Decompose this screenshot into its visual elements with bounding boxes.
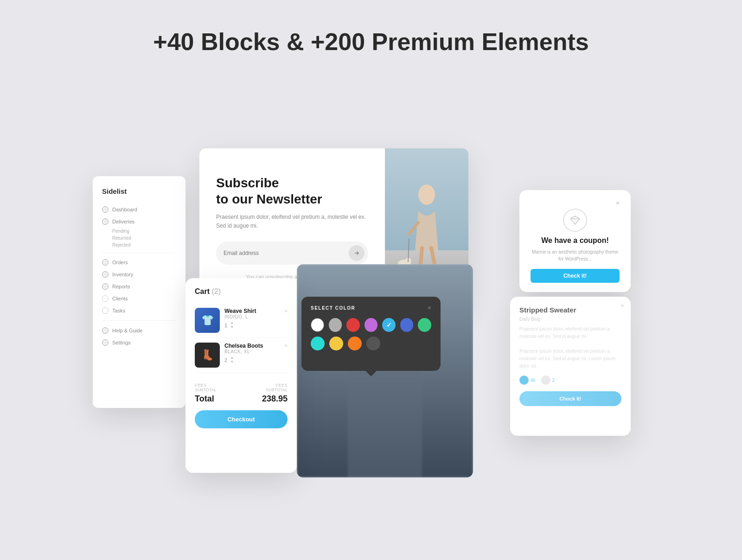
blog-meta: Daily Blog xyxy=(519,317,621,322)
qty-down-icon[interactable]: ▼ xyxy=(230,360,234,364)
color-swatch-dark[interactable] xyxy=(366,337,380,350)
sidebar-item-label: Settings xyxy=(112,340,131,345)
cart-total-row: Total 238.95 xyxy=(195,394,288,404)
color-swatch-blue[interactable] xyxy=(382,318,396,332)
blog-action-likes[interactable]: 4k xyxy=(519,375,536,385)
qty-value: 1 xyxy=(224,323,227,328)
sidebar-dot xyxy=(102,307,109,314)
sidebar-item-inventory[interactable]: Inventory xyxy=(102,268,176,280)
newsletter-form xyxy=(216,242,368,265)
sidelist-title: Sidelist xyxy=(102,187,176,195)
qty-value: 2 xyxy=(224,357,227,363)
qty-up-icon[interactable]: ▲ xyxy=(230,321,234,325)
cart-fees-label: FEES xyxy=(195,383,217,388)
comment-icon xyxy=(541,375,550,385)
cart-item-name: Chelsea Boots xyxy=(224,343,280,349)
qty-up-icon[interactable]: ▲ xyxy=(230,356,234,360)
sidebar-item-settings[interactable]: Settings xyxy=(102,337,176,349)
coupon-diamond-icon xyxy=(563,209,587,232)
sidebar-sub-items: Pending Returned Rejected xyxy=(102,228,176,248)
sidebar-item-label: Reports xyxy=(112,284,130,289)
sidebar-dot xyxy=(102,339,109,346)
color-swatch-teal[interactable] xyxy=(311,337,325,350)
sidebar-dot xyxy=(102,206,109,213)
cart-item-qty: 1 ▲ ▼ xyxy=(224,321,280,329)
sidelist-card: Sidelist Dashboard Deliveries Pending Re… xyxy=(93,176,186,408)
cart-total-label: Total xyxy=(195,394,214,404)
product-background xyxy=(297,264,473,477)
divider xyxy=(102,320,176,321)
cart-item-image: 👢 xyxy=(195,343,220,368)
blog-action-comments[interactable]: 2 xyxy=(541,375,555,385)
newsletter-title: Subscribeto our Newsletter xyxy=(216,175,368,207)
newsletter-description: Praesent ipsum dolor, eleifend vel preti… xyxy=(216,213,368,230)
page-title: +40 Blocks & +200 Premium Elements xyxy=(153,28,588,56)
sidebar-sub-returned[interactable]: Returned xyxy=(112,235,176,242)
color-swatch-indigo[interactable] xyxy=(400,318,414,332)
blog-card-content: Stripped Sweater Daily Blog Praesent ips… xyxy=(519,306,621,406)
cart-title: Cart xyxy=(195,287,210,295)
coupon-check-button[interactable]: Check it! xyxy=(531,269,620,283)
qty-stepper[interactable]: ▲ ▼ xyxy=(230,356,234,364)
product-person-blur xyxy=(297,264,473,477)
color-swatches-row1 xyxy=(311,318,431,332)
color-swatch-purple[interactable] xyxy=(365,318,378,332)
sidebar-item-help[interactable]: Help & Guide xyxy=(102,325,176,337)
color-picker-header: SELECT COLOR × xyxy=(311,304,431,312)
blog-card: × Stripped Sweater Daily Blog Praesent i… xyxy=(510,297,631,436)
coupon-description: Marnie is an aesthetic photography theme… xyxy=(531,248,620,262)
color-swatch-white[interactable] xyxy=(311,318,324,332)
cart-fees-subtotal: SUBTOTAL xyxy=(195,388,217,392)
cart-item-info: Chelsea Boots BLACK, XL 2 ▲ ▼ xyxy=(224,343,280,364)
sidebar-dot xyxy=(102,271,109,278)
cart-fee-col-left: FEES SUBTOTAL xyxy=(195,383,217,392)
divider xyxy=(102,252,176,253)
sidebar-item-dashboard[interactable]: Dashboard xyxy=(102,204,176,216)
cart-total-value: 238.95 xyxy=(262,394,288,404)
sidebar-item-clients[interactable]: Clients xyxy=(102,293,176,305)
svg-point-3 xyxy=(418,185,435,205)
cart-item-name: Weave Shirt xyxy=(224,308,280,314)
color-swatch-green[interactable] xyxy=(418,318,431,332)
email-input[interactable] xyxy=(224,250,345,256)
sidebar-dot xyxy=(102,283,109,290)
color-swatch-gray[interactable] xyxy=(329,318,342,332)
cart-item-variant: INDIGO, L xyxy=(224,314,280,319)
sidebar-item-label: Dashboard xyxy=(112,207,137,212)
sidebar-item-tasks[interactable]: Tasks xyxy=(102,305,176,317)
qty-stepper[interactable]: ▲ ▼ xyxy=(230,321,234,329)
sidebar-item-label: Clients xyxy=(112,296,128,301)
sidebar-item-label: Help & Guide xyxy=(112,328,142,333)
cart-item-remove-button[interactable]: × xyxy=(284,343,288,349)
sidebar-sub-pending[interactable]: Pending xyxy=(112,228,176,235)
blog-action-button[interactable]: Chock It! xyxy=(519,391,621,406)
cart-item: 👢 Chelsea Boots BLACK, XL 2 ▲ ▼ × xyxy=(195,338,288,373)
coupon-card: × We have a coupon! Marnie is an aesthet… xyxy=(519,190,631,292)
sidebar-item-deliveries[interactable]: Deliveries xyxy=(102,216,176,228)
sidebar-sub-rejected[interactable]: Rejected xyxy=(112,242,176,248)
cart-item-image: 👕 xyxy=(195,308,220,333)
blog-text-2: Praesent ipsum dolor, eleifend vel preti… xyxy=(519,348,621,370)
cart-fee-col-right: FEES SUBTOTAL xyxy=(266,383,288,392)
color-swatch-red[interactable] xyxy=(346,318,360,332)
cart-checkout-button[interactable]: Checkout xyxy=(195,410,288,428)
color-swatch-orange[interactable] xyxy=(348,337,362,350)
cart-item-remove-button[interactable]: × xyxy=(284,308,288,314)
sidebar-item-label: Orders xyxy=(112,260,128,265)
color-swatches-row2 xyxy=(311,337,431,350)
coupon-close-icon[interactable]: × xyxy=(616,199,620,207)
sidebar-item-orders[interactable]: Orders xyxy=(102,256,176,268)
ui-stage: Sidelist Dashboard Deliveries Pending Re… xyxy=(93,83,649,501)
sidebar-dot xyxy=(102,327,109,334)
boot-icon: 👢 xyxy=(195,343,220,368)
shirt-icon: 👕 xyxy=(195,308,220,333)
color-picker-close-icon[interactable]: × xyxy=(428,304,431,312)
qty-down-icon[interactable]: ▼ xyxy=(230,325,234,329)
sidebar-item-reports[interactable]: Reports xyxy=(102,280,176,293)
coupon-title: We have a coupon! xyxy=(541,236,609,245)
color-swatch-yellow[interactable] xyxy=(329,337,343,350)
newsletter-submit-button[interactable] xyxy=(349,245,365,261)
cart-count: (2) xyxy=(211,287,221,295)
arrow-right-icon xyxy=(353,250,360,256)
sidebar-dot xyxy=(102,259,109,266)
